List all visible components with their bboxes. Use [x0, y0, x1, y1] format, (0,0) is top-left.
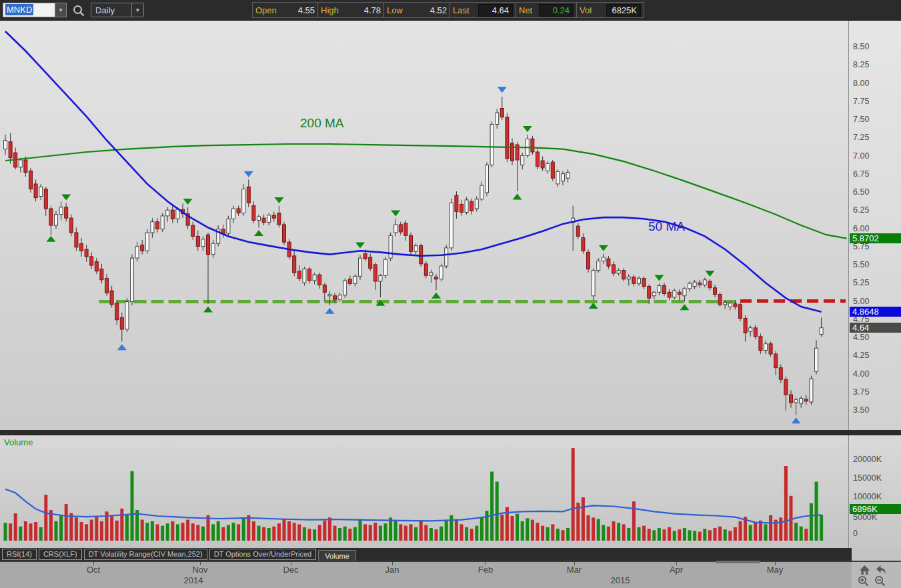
home-icon[interactable]	[859, 565, 870, 575]
price-tick: 8.00	[853, 79, 869, 88]
quote-open: Open4.55	[252, 2, 318, 18]
pane-separator[interactable]	[0, 430, 901, 435]
price-tick: 3.50	[853, 405, 869, 415]
volume-tick: 0	[853, 529, 858, 538]
price-tick: 6.50	[853, 187, 869, 197]
indicator-tabbar: RSI(14)CRS(XLF)DT Volatility Range(CIV M…	[0, 548, 852, 561]
price-tick: 4.25	[853, 351, 869, 360]
price-tick: 5.00	[853, 297, 869, 306]
month-tick	[486, 562, 486, 565]
price-axis[interactable]: 8.508.258.007.757.507.257.006.756.506.25…	[848, 21, 901, 430]
month-label: Nov	[192, 565, 207, 575]
price-badge: 4.8648	[850, 307, 901, 317]
month-label: Dec	[283, 565, 298, 575]
month-label: Feb	[478, 565, 493, 575]
year-label: 2014	[184, 575, 203, 585]
ma200-label: 200 MA	[300, 116, 344, 130]
zoom-in-icon[interactable]	[858, 575, 870, 587]
ma50-label: 50 MA	[648, 219, 685, 233]
volume-axis[interactable]: 20000K15000K10000K5000K06896K	[848, 435, 901, 548]
symbol-text[interactable]: MNKD	[3, 3, 55, 17]
price-tick: 6.25	[853, 205, 869, 215]
volume-chart[interactable]	[0, 435, 848, 548]
month-label: Apr	[670, 565, 683, 575]
signal-down-triangle	[274, 197, 283, 203]
signal-down-triangle	[705, 271, 714, 277]
quote-value: 4.55	[298, 5, 315, 15]
tab-dt-volatility-range-civ-mean-252-[interactable]: DT Volatility Range(CIV Mean,252)	[84, 549, 207, 560]
price-chart[interactable]: 200 MA50 MA	[0, 21, 848, 430]
signal-down-triangle	[654, 275, 664, 281]
quote-high: High4.78	[318, 2, 384, 18]
quote-vol: Vol6825K	[577, 2, 644, 18]
signal-up-triangle	[117, 344, 127, 350]
month-label: Mar	[567, 565, 582, 575]
price-tick: 7.75	[853, 97, 869, 106]
time-axis[interactable]: OctNovDecJanFebMarAprMay20142015	[0, 561, 901, 588]
signal-down-triangle	[523, 126, 532, 132]
volume-tick: 20000K	[853, 455, 882, 464]
symbol-input[interactable]: MNKD ▼	[3, 3, 67, 17]
signal-down-triangle	[61, 195, 71, 201]
month-tick	[574, 562, 575, 565]
toolbar: MNKD ▼ Daily ▼ Open4.55High4.78Low4.52La…	[0, 0, 901, 21]
tab-dt-options-over-underpriced[interactable]: DT Options Over/UnderPriced	[209, 549, 317, 560]
price-tick: 8.25	[853, 60, 869, 69]
symbol-dropdown-button[interactable]: ▼	[55, 3, 66, 17]
ma200-line	[5, 144, 847, 239]
signal-up-triangle	[325, 308, 334, 314]
tab-rsi-14-[interactable]: RSI(14)	[2, 549, 37, 560]
signal-down-triangle	[244, 171, 253, 177]
price-pane[interactable]: 200 MA50 MA	[0, 21, 848, 430]
month-label: Jan	[385, 565, 399, 575]
quote-label: Open	[255, 5, 277, 15]
month-label: Oct	[87, 565, 100, 575]
signal-up-triangle	[254, 230, 263, 236]
month-tick	[392, 562, 393, 565]
price-tick: 6.00	[853, 224, 869, 233]
year-label: 2015	[611, 575, 630, 585]
price-tick: 4.00	[853, 369, 869, 379]
quote-value: 4.52	[430, 5, 447, 15]
timeframe-dropdown-button[interactable]: ▼	[131, 3, 143, 17]
month-tick	[200, 562, 201, 565]
month-tick	[676, 562, 677, 565]
price-tick: 4.50	[853, 333, 869, 342]
search-icon	[72, 4, 85, 17]
signal-down-triangle	[183, 199, 193, 205]
signal-down-triangle	[498, 87, 507, 93]
undo-icon[interactable]	[875, 565, 887, 575]
signal-up-triangle	[792, 417, 801, 423]
tabbar-right-filler	[852, 548, 901, 561]
quote-label: Low	[387, 5, 403, 15]
quote-strip: Open4.55High4.78Low4.52Last4.64Net0.24Vo…	[252, 2, 644, 18]
price-tick: 7.50	[853, 115, 869, 124]
quote-value: 4.78	[364, 5, 381, 15]
signal-down-triangle	[355, 242, 365, 248]
month-label: May	[767, 565, 784, 575]
quote-label: Last	[453, 5, 470, 15]
zoom-out-icon[interactable]	[874, 575, 886, 587]
price-badge: 5.8702	[850, 233, 901, 243]
quote-label: High	[321, 5, 339, 15]
timeframe-value: Daily	[91, 3, 131, 17]
quote-last: Last4.64	[450, 2, 516, 18]
signal-up-triangle	[513, 194, 522, 200]
search-button[interactable]	[71, 3, 87, 19]
volume-badge: 6896K	[850, 504, 901, 514]
scroll-thumb[interactable]	[716, 561, 760, 563]
quote-value: 0.24	[539, 4, 574, 17]
signal-up-triangle	[431, 293, 441, 299]
volume-pane[interactable]: Volume	[0, 435, 848, 548]
price-tick: 6.75	[853, 169, 869, 179]
quote-low: Low4.52	[384, 2, 450, 18]
price-tick: 5.50	[853, 260, 869, 269]
signal-up-triangle	[203, 306, 213, 312]
quote-label: Net	[519, 5, 532, 15]
tab-crs-xlf-[interactable]: CRS(XLF)	[39, 549, 82, 560]
signal-up-triangle	[589, 303, 598, 309]
signal-up-triangle	[46, 236, 55, 242]
timeframe-select[interactable]: Daily ▼	[91, 3, 144, 17]
volume-tick: 10000K	[853, 492, 882, 501]
volume-pane-label: Volume	[4, 437, 33, 447]
